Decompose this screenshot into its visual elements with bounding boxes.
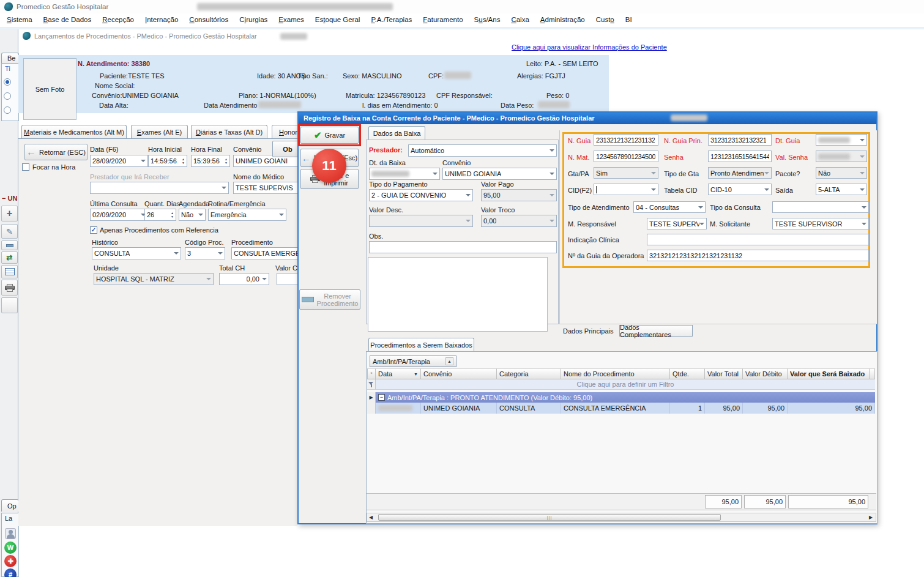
col-header-categoria[interactable]: Categoria bbox=[497, 368, 561, 379]
scroll-left-arrow[interactable]: ◀ bbox=[369, 515, 373, 520]
guia-operadora-field[interactable]: 3213212123132121321231132 bbox=[647, 250, 869, 261]
menu-cirurgias[interactable]: Cirurgias bbox=[234, 13, 273, 26]
col-header-valor-debito[interactable]: Valor Débito bbox=[743, 368, 788, 379]
tipo-atendimento-field[interactable]: 04 - Consultas bbox=[633, 201, 706, 213]
group-row[interactable]: −Amb/Int/PA/Terapia : PRONTO ATENDIMENTO… bbox=[376, 392, 875, 403]
grid-report-button[interactable] bbox=[1, 265, 18, 278]
menu-bi[interactable]: BI bbox=[620, 13, 638, 26]
tab-materiais-medicamentos[interactable]: Materiais e Medicamentos (Alt M) bbox=[21, 125, 127, 138]
tipo-consulta-field[interactable] bbox=[772, 201, 869, 213]
left-strip-tab-bottom[interactable]: Op bbox=[1, 499, 19, 512]
m-solicitante-field[interactable]: TESTE SUPERVISOR bbox=[772, 218, 869, 229]
historico-field[interactable]: CONSULTA bbox=[92, 247, 181, 259]
col-header-valor-total[interactable]: Valor Total bbox=[705, 368, 743, 379]
obs-memo-area[interactable] bbox=[368, 257, 548, 332]
edit-button[interactable]: ✎ bbox=[1, 224, 18, 239]
menu-base-de-dados[interactable]: Base de Dados bbox=[38, 13, 97, 26]
obs-field[interactable] bbox=[369, 241, 557, 253]
left-strip-tab-top[interactable]: Be bbox=[1, 53, 19, 63]
saida-field[interactable]: 5-ALTA bbox=[816, 184, 867, 195]
add-button[interactable]: + bbox=[1, 206, 18, 221]
menu-faturamento[interactable]: Faturamento bbox=[417, 13, 468, 26]
cell-valor-baixado[interactable]: 95,00 bbox=[788, 403, 875, 414]
codigo-proc-field[interactable]: 3 bbox=[185, 247, 225, 259]
focar-na-hora-checkbox[interactable] bbox=[22, 163, 29, 171]
pacote-field[interactable]: Não bbox=[816, 167, 867, 179]
spinner-icon[interactable]: ▲▼ bbox=[182, 158, 185, 165]
tab-dados-da-baixa[interactable]: Dados da Baixa bbox=[368, 126, 425, 140]
cell-categoria[interactable]: CONSULTA bbox=[497, 403, 561, 414]
prestador-receber-field[interactable] bbox=[90, 182, 229, 194]
valor-troco-field[interactable]: 0,00 bbox=[481, 215, 557, 227]
cid-f2-field[interactable] bbox=[594, 184, 658, 195]
tab-dados-complementares[interactable]: Dados Complementares bbox=[619, 325, 693, 337]
col-header-convenio[interactable]: Convênio bbox=[421, 368, 497, 379]
radio-option-1[interactable] bbox=[4, 78, 11, 86]
spinner-icon[interactable]: ▲▼ bbox=[171, 212, 174, 218]
scroll-thumb[interactable]: ||| bbox=[378, 514, 721, 521]
remove-button[interactable] bbox=[1, 240, 18, 250]
blank-tool-button[interactable] bbox=[1, 297, 18, 313]
col-header-valor-baixado[interactable]: Valor que Será Baixado bbox=[788, 368, 870, 379]
gta-pa-field[interactable]: Sim bbox=[594, 167, 658, 179]
n-guia-field[interactable]: 23132121321231132 bbox=[594, 134, 658, 146]
cell-nome-procedimento[interactable]: CONSULTA EMERGÊNCIA bbox=[561, 403, 670, 414]
radio-option-3[interactable] bbox=[4, 106, 11, 114]
scroll-right-arrow[interactable]: ▶ bbox=[869, 515, 873, 520]
m-responsavel-field[interactable]: TESTE SUPERVIS bbox=[647, 218, 707, 229]
tabela-cid-field[interactable]: CID-10 bbox=[708, 184, 772, 195]
apenas-referencia-checkbox[interactable]: ✓ bbox=[90, 226, 97, 234]
tipo-pagamento-field[interactable]: 2 - GUIA DE CONVENIO bbox=[369, 189, 473, 201]
hora-final-field[interactable]: 15:39:56▲▼ bbox=[191, 155, 230, 167]
prestador-field[interactable]: Automático bbox=[408, 144, 557, 157]
dt-guia-field[interactable] bbox=[816, 134, 867, 146]
remover-procedimento-button[interactable]: RemoverProcedimento bbox=[299, 289, 360, 310]
transfer-button[interactable]: ⇄ bbox=[1, 251, 18, 264]
menu-estoque-geral[interactable]: Estoque Geral bbox=[310, 13, 366, 26]
menu-custo[interactable]: Custo bbox=[591, 13, 620, 26]
cell-data[interactable] bbox=[376, 403, 421, 414]
menu-recepcao[interactable]: Recepção bbox=[97, 13, 140, 26]
cell-convenio[interactable]: UNIMED GOIANIA bbox=[421, 403, 497, 414]
menu-caixa[interactable]: Caixa bbox=[505, 13, 534, 26]
valor-desc-field[interactable] bbox=[369, 215, 473, 227]
ultima-consulta-field[interactable]: 02/09/2020 bbox=[90, 209, 148, 221]
quant-dias-field[interactable]: 26▲▼ bbox=[144, 209, 176, 221]
total-ch-field[interactable]: 0,00 bbox=[219, 273, 269, 285]
val-senha-field[interactable] bbox=[816, 151, 867, 162]
procedimento-field[interactable]: CONSULTA EMERGÊN bbox=[231, 247, 300, 259]
collapse-icon[interactable]: − bbox=[378, 394, 385, 401]
spinner-icon[interactable]: ▲▼ bbox=[225, 158, 228, 165]
menu-administracao[interactable]: Administração bbox=[535, 13, 591, 26]
menu-pa-terapias[interactable]: P.A./Terapias bbox=[365, 13, 417, 26]
cell-valor-total[interactable]: 95,00 bbox=[705, 403, 743, 414]
whatsapp-icon[interactable]: W bbox=[4, 542, 17, 554]
cell-valor-debito[interactable]: 95,00 bbox=[743, 403, 788, 414]
cell-qtde[interactable]: 1 bbox=[670, 403, 705, 414]
hora-inicial-field[interactable]: 14:59:56▲▼ bbox=[148, 155, 187, 167]
agendada-field[interactable]: Não bbox=[179, 209, 206, 221]
n-mat-field[interactable]: 12345678901234500 bbox=[594, 151, 658, 162]
menu-consultorios[interactable]: Consultórios bbox=[184, 13, 234, 26]
patient-info-link[interactable]: Clique aqui para visualizar Informações … bbox=[512, 43, 667, 51]
valor-pago-field[interactable]: 95,00 bbox=[481, 189, 557, 201]
dt-baixa-field[interactable] bbox=[369, 168, 440, 180]
emergency-cross-icon[interactable]: ✚ bbox=[4, 555, 17, 567]
menu-sistema[interactable]: Sistema bbox=[1, 13, 38, 26]
n-guia-prin-field[interactable]: 3123123132132321 bbox=[708, 134, 772, 146]
rotina-emergencia-field[interactable]: Emergência bbox=[208, 209, 286, 221]
calculator-icon[interactable]: # bbox=[4, 568, 17, 577]
tab-exames[interactable]: Exames (Alt E) bbox=[131, 125, 188, 138]
col-header-data[interactable]: Data▼ bbox=[376, 368, 421, 379]
tab-dados-principais[interactable]: Dados Principais bbox=[563, 327, 614, 335]
nome-medico-field[interactable]: TESTE SUPERVIS bbox=[233, 182, 300, 194]
print-button[interactable] bbox=[1, 280, 18, 296]
menu-internacao[interactable]: Internação bbox=[140, 13, 184, 26]
indicacao-clinica-field[interactable] bbox=[647, 234, 869, 245]
retornar-button[interactable]: ←Retornar (ESC) bbox=[24, 144, 88, 160]
avatar-icon[interactable] bbox=[5, 528, 16, 539]
menu-exames[interactable]: Exames bbox=[273, 13, 310, 26]
col-header-qtde[interactable]: Qtde. bbox=[670, 368, 705, 379]
col-header-nome-procedimento[interactable]: Nome do Procedimento bbox=[561, 368, 670, 379]
tab-diarias-taxas[interactable]: Diárias e Taxas (Alt D) bbox=[191, 125, 267, 138]
